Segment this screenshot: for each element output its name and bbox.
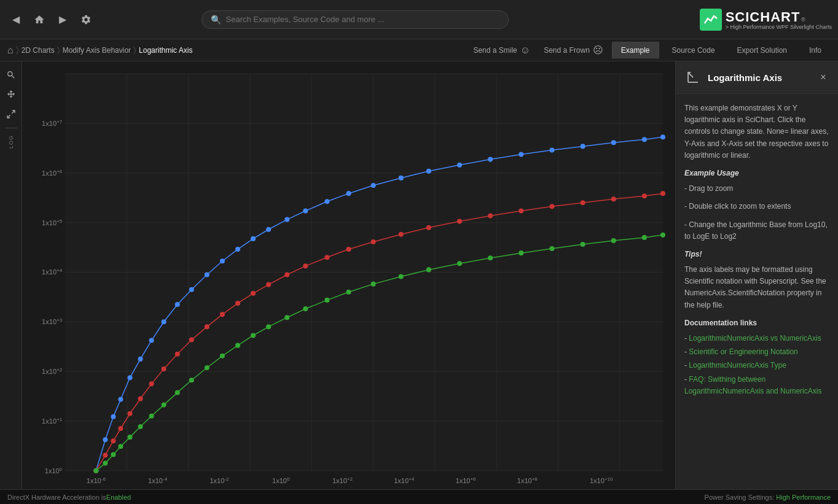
svg-point-83 [266, 282, 271, 287]
home-icon[interactable]: ⌂ [7, 45, 14, 56]
doc-link-1: - LogarithmicNumericAxis vs NumericAxis [684, 333, 829, 344]
svg-point-68 [660, 134, 665, 139]
info-panel-title: Logarithmic Axis [708, 72, 817, 83]
svg-point-47 [175, 302, 180, 307]
svg-point-49 [205, 272, 210, 277]
info-content: This example demonstrates X or Y logarit… [676, 94, 838, 489]
home-button[interactable] [29, 10, 49, 29]
breadcrumb-2d-charts[interactable]: 2D Charts [22, 46, 55, 55]
svg-point-115 [303, 306, 308, 311]
svg-point-108 [189, 378, 194, 382]
pan-tool-button[interactable] [2, 86, 20, 103]
settings-button[interactable] [76, 10, 96, 29]
svg-point-96 [611, 196, 616, 201]
status-power-text: Power Saving Settings: [705, 494, 777, 501]
doc-link-logvsnumeric[interactable]: LogarithmicNumericAxis vs NumericAxis [689, 334, 821, 343]
svg-point-103 [127, 435, 132, 440]
logo-text: SCICHART [726, 9, 801, 25]
breadcrumb-modify-axis[interactable]: Modify Axis Behavior [63, 46, 131, 55]
svg-point-44 [138, 357, 143, 362]
svg-point-63 [519, 152, 523, 157]
tab-source-code[interactable]: Source Code [663, 42, 724, 59]
logo-reg: ® [801, 17, 805, 23]
svg-point-117 [346, 290, 351, 295]
svg-point-43 [127, 375, 132, 380]
svg-point-110 [220, 354, 225, 359]
search-input[interactable] [226, 15, 499, 24]
svg-point-121 [457, 261, 462, 266]
svg-point-79 [205, 324, 210, 329]
chart-area[interactable]: 1x100 1x10+1 1x10+2 1x10+3 1x10+4 1x10+5… [22, 61, 675, 489]
svg-point-98 [660, 191, 665, 196]
doc-link-logtype[interactable]: LogarithmicNumericAxis Type [689, 361, 786, 370]
svg-point-74 [138, 396, 143, 401]
svg-point-64 [549, 147, 554, 152]
tab-export-solution[interactable]: Export Solution [728, 42, 796, 59]
fit-tool-button[interactable] [2, 106, 20, 123]
svg-point-66 [611, 140, 616, 145]
svg-point-81 [235, 301, 240, 306]
svg-point-82 [251, 291, 256, 296]
svg-point-87 [346, 247, 351, 252]
svg-point-50 [220, 258, 225, 263]
svg-point-93 [519, 208, 523, 213]
info-panel: Logarithmic Axis × This example demonstr… [675, 61, 838, 489]
svg-point-128 [660, 233, 665, 238]
doc-link-3: - LogarithmicNumericAxis Type [684, 360, 829, 371]
main-content: LOG [0, 61, 838, 489]
svg-point-90 [426, 225, 431, 230]
svg-point-84 [284, 272, 289, 277]
svg-point-112 [251, 333, 256, 338]
svg-line-0 [12, 110, 15, 114]
svg-point-51 [235, 247, 240, 252]
svg-point-118 [371, 282, 376, 287]
svg-point-58 [371, 183, 376, 188]
svg-point-67 [642, 137, 647, 142]
search-icon: 🔍 [211, 15, 221, 25]
tips-text: The axis labels may be formatted using S… [684, 264, 829, 311]
svg-point-107 [175, 390, 180, 395]
zoom-tool-button[interactable] [2, 66, 20, 83]
svg-point-119 [399, 274, 404, 279]
svg-point-88 [371, 239, 376, 244]
svg-point-124 [549, 246, 554, 251]
svg-point-89 [399, 232, 404, 237]
svg-point-126 [611, 238, 616, 243]
svg-point-60 [426, 169, 431, 174]
svg-point-62 [488, 157, 493, 162]
chart-svg: 1x100 1x10+1 1x10+2 1x10+3 1x10+4 1x10+5… [22, 61, 675, 489]
info-panel-header: Logarithmic Axis × [676, 61, 838, 94]
send-frown-button[interactable]: Send a Frown ☹ [539, 42, 608, 58]
forward-button[interactable]: ▶ [53, 10, 72, 29]
svg-point-95 [581, 200, 585, 205]
status-right: Power Saving Settings: High Performance [705, 494, 831, 501]
log-label: LOG [8, 135, 14, 149]
log-toggle-button[interactable]: LOG [2, 133, 20, 150]
svg-point-116 [324, 298, 329, 303]
svg-point-40 [103, 437, 108, 442]
top-bar: ◀ ▶ 🔍 SCICHART ® > High Performa [0, 0, 838, 39]
svg-point-100 [103, 461, 108, 466]
search-bar[interactable]: 🔍 [202, 10, 509, 29]
axis-icon [684, 69, 702, 86]
svg-point-73 [127, 411, 132, 416]
svg-line-131 [688, 72, 693, 77]
back-button[interactable]: ◀ [6, 10, 26, 29]
send-smile-button[interactable]: Send a Smile ☺ [468, 43, 535, 58]
svg-point-86 [324, 255, 329, 260]
close-info-button[interactable]: × [817, 71, 829, 83]
svg-point-109 [205, 365, 210, 370]
doc-link-scientific[interactable]: Scientific or Engineering Notation [689, 347, 797, 356]
svg-point-41 [111, 414, 116, 419]
svg-point-65 [581, 144, 585, 149]
status-left-text: DirectX Hardware Acceleration is [7, 494, 106, 501]
tab-example[interactable]: Example [612, 42, 659, 59]
status-bar: DirectX Hardware Acceleration is Enabled… [0, 489, 838, 504]
breadcrumb-bar: ⌂ 〉 2D Charts 〉 Modify Axis Behavior 〉 L… [0, 39, 838, 61]
svg-line-1 [7, 115, 10, 118]
svg-point-70 [103, 452, 108, 457]
tab-info[interactable]: Info [800, 42, 831, 59]
svg-point-111 [235, 343, 240, 348]
svg-point-59 [399, 176, 404, 180]
doc-link-faq[interactable]: FAQ: Swithing between LogarithmicNumeric… [684, 375, 821, 395]
